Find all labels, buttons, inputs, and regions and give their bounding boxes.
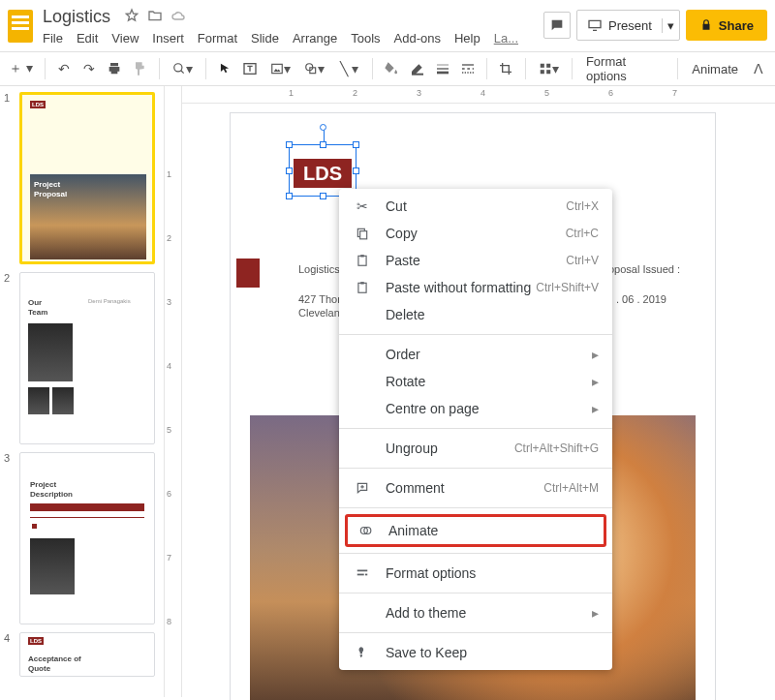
thumb2-h1: Our <box>28 298 42 307</box>
lds-logo: LDS <box>28 637 44 645</box>
present-button[interactable]: Present <box>577 17 662 33</box>
redo-button[interactable]: ↷ <box>78 57 100 80</box>
textbox-tool[interactable] <box>239 57 261 80</box>
thumb1-title: Project <box>34 180 60 189</box>
format-options-icon <box>353 566 372 580</box>
selected-lds-object[interactable]: LDS <box>294 159 352 188</box>
context-menu: ✂ Cut Ctrl+X Copy Ctrl+C Paste Ctrl+V <box>339 189 612 670</box>
menu-tools[interactable]: Tools <box>351 31 380 46</box>
move-folder-icon[interactable] <box>143 8 167 26</box>
slide-thumb-3[interactable]: Project Description Project Description <box>19 452 155 624</box>
slide-text-line1b: oposal Issued : <box>608 263 680 275</box>
border-weight-button[interactable] <box>432 57 453 80</box>
svg-rect-12 <box>358 256 366 265</box>
ctx-paste[interactable]: Paste Ctrl+V <box>339 247 612 274</box>
toolbar-animate[interactable]: Animate <box>686 62 744 76</box>
vertical-ruler: 1 2 3 4 5 6 7 8 <box>165 86 182 697</box>
line-tool[interactable]: ╲ ▾ <box>334 57 365 80</box>
doc-title[interactable]: Logistics <box>43 7 110 27</box>
thumb2-h3: Demi Panagakis <box>88 298 131 304</box>
svg-rect-2 <box>272 64 283 73</box>
paste-icon <box>353 254 372 267</box>
ctx-format-options[interactable]: Format options <box>339 560 612 587</box>
share-button[interactable]: Share <box>686 10 767 41</box>
svg-rect-8 <box>540 70 543 74</box>
zoom-button[interactable]: ▾ <box>168 57 199 80</box>
border-style-button[interactable] <box>457 57 479 80</box>
fill-color-button[interactable] <box>381 57 402 80</box>
svg-point-0 <box>174 64 182 72</box>
mask-button[interactable]: ▾ <box>533 57 564 80</box>
keep-icon <box>353 646 372 659</box>
ctx-copy[interactable]: Copy Ctrl+C <box>339 220 612 247</box>
menu-arrange[interactable]: Arrange <box>293 31 337 46</box>
image-tool[interactable]: ▾ <box>265 57 296 80</box>
thumb2-h2: Team <box>28 308 47 317</box>
shape-tool[interactable]: ▾ <box>299 57 330 80</box>
toolbar-overflow[interactable]: ᐱ <box>748 61 769 76</box>
thumb3-h1: Project <box>30 480 56 489</box>
present-icon <box>587 17 603 33</box>
menu-edit[interactable]: Edit <box>77 31 98 46</box>
ctx-order[interactable]: Order ▸ <box>339 341 612 368</box>
slide-number: 3 <box>4 452 16 624</box>
present-label: Present <box>608 18 652 33</box>
border-color-button[interactable] <box>406 57 427 80</box>
slide-number: 4 <box>4 632 16 677</box>
slide-thumb-2[interactable]: Our Team Demi Panagakis <box>19 272 155 444</box>
ctx-rotate[interactable]: Rotate ▸ <box>339 368 612 395</box>
thumb4-h1: Acceptance of <box>28 654 81 663</box>
present-dropdown[interactable]: ▾ <box>662 18 679 33</box>
print-button[interactable] <box>104 57 125 80</box>
red-side-block <box>236 259 260 288</box>
toolbar-format-options[interactable]: Format options <box>580 54 669 83</box>
crop-button[interactable] <box>495 57 516 80</box>
submenu-arrow-icon: ▸ <box>585 374 599 389</box>
ctx-animate[interactable]: Animate <box>348 517 604 544</box>
svg-rect-15 <box>360 282 364 284</box>
menu-view[interactable]: View <box>111 31 139 46</box>
comments-button[interactable] <box>543 12 571 39</box>
toolbar: ＋ ▾ ↶ ↷ ▾ ▾ ▾ ╲ ▾ ▾ Format o <box>0 51 775 86</box>
cut-icon: ✂ <box>353 198 372 214</box>
svg-rect-18 <box>357 570 368 572</box>
ctx-add-to-theme[interactable]: Add to theme ▸ <box>339 599 612 626</box>
thumb4-h2: Quote <box>28 664 50 673</box>
paint-format-button[interactable] <box>129 57 150 80</box>
menu-slide[interactable]: Slide <box>251 31 279 46</box>
menu-insert[interactable]: Insert <box>152 31 184 46</box>
comment-icon <box>353 481 372 495</box>
star-icon[interactable] <box>120 8 143 26</box>
copy-icon <box>353 227 372 240</box>
undo-button[interactable]: ↶ <box>52 57 74 80</box>
slide-number: 1 <box>4 92 16 264</box>
ctx-ungroup[interactable]: Ungroup Ctrl+Alt+Shift+G <box>339 435 612 462</box>
slide-thumbnail-panel: 1 LDS Project Proposal 2 Our Team Demi P… <box>0 86 165 697</box>
ctx-comment[interactable]: Comment Ctrl+Alt+M <box>339 474 612 502</box>
menu-last-edit[interactable]: La... <box>494 31 518 46</box>
ctx-cut[interactable]: ✂ Cut Ctrl+X <box>339 193 612 220</box>
new-slide-button[interactable]: ＋ ▾ <box>6 57 37 80</box>
slides-app-icon[interactable] <box>8 10 33 43</box>
ctx-centre-on-page[interactable]: Centre on page ▸ <box>339 395 612 422</box>
share-label: Share <box>719 18 754 33</box>
ctx-delete[interactable]: Delete <box>339 301 612 328</box>
slide-canvas[interactable]: 1 2 3 4 5 6 7 Logistics De oposal Issued… <box>182 86 775 697</box>
submenu-arrow-icon: ▸ <box>585 401 599 416</box>
slide-thumb-1[interactable]: LDS Project Proposal <box>19 92 155 264</box>
menu-file[interactable]: File <box>43 31 63 46</box>
lds-label: LDS <box>303 163 342 185</box>
svg-rect-20 <box>365 574 367 576</box>
menu-addons[interactable]: Add-ons <box>394 31 441 46</box>
submenu-arrow-icon: ▸ <box>585 605 599 621</box>
select-tool[interactable] <box>214 57 235 80</box>
ctx-paste-without-formatting[interactable]: Paste without formatting Ctrl+Shift+V <box>339 274 612 301</box>
slide-thumb-4[interactable]: LDS Acceptance of Quote <box>19 632 155 677</box>
thumb3-bar: Project Description <box>30 510 73 516</box>
svg-rect-11 <box>360 231 367 239</box>
svg-rect-19 <box>357 574 364 576</box>
menu-help[interactable]: Help <box>454 31 480 46</box>
ctx-save-to-keep[interactable]: Save to Keep <box>339 639 612 666</box>
thumb1-sub: Proposal <box>34 190 67 198</box>
menu-format[interactable]: Format <box>198 31 237 46</box>
